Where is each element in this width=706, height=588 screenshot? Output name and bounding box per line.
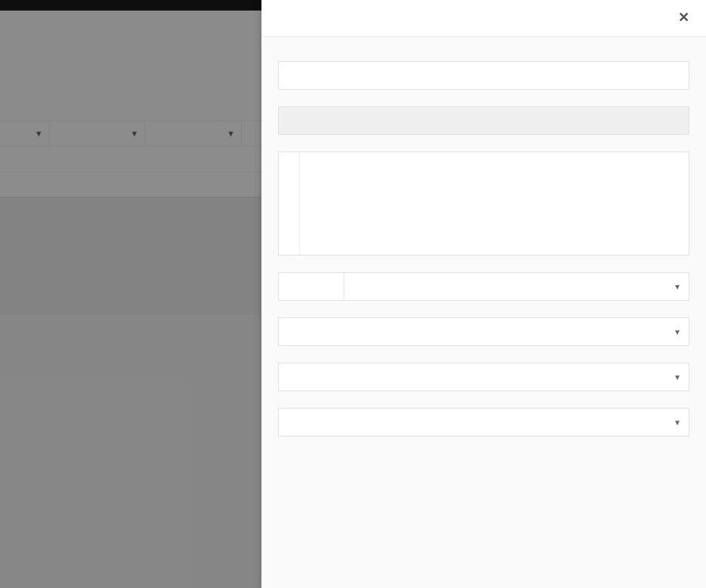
chevron-down-icon: ▼ [674, 373, 681, 381]
chevron-down-icon: ▼ [674, 418, 681, 427]
field-tags: ▼ [278, 408, 689, 436]
quantity-type-select[interactable]: ▼ [278, 317, 689, 346]
granularity-unit-select[interactable]: ▼ [344, 272, 689, 301]
unit-select[interactable]: ▼ [278, 363, 689, 391]
field-unit: ▼ [278, 363, 689, 391]
chevron-down-icon: ▼ [674, 328, 681, 336]
modal-body: ▼ ▼ ▼ ▼ [261, 37, 706, 588]
chevron-down-icon: ▼ [674, 283, 681, 291]
field-variable-type [278, 106, 689, 135]
code-gutter [279, 152, 300, 255]
modal-panel: ✕ ▼ [261, 0, 706, 588]
mapping-config-editor[interactable] [278, 152, 689, 256]
field-granularity: ▼ [278, 272, 689, 301]
tags-select[interactable]: ▼ [278, 408, 689, 436]
field-mapping-config [278, 152, 689, 256]
close-icon[interactable]: ✕ [678, 9, 689, 26]
field-quantity-type: ▼ [278, 317, 689, 346]
variable-type-input [278, 106, 689, 135]
granularity-value-input[interactable] [278, 272, 344, 301]
field-name [278, 61, 689, 90]
code-text[interactable] [300, 152, 689, 255]
modal-header: ✕ [261, 0, 706, 37]
name-input[interactable] [278, 61, 689, 90]
